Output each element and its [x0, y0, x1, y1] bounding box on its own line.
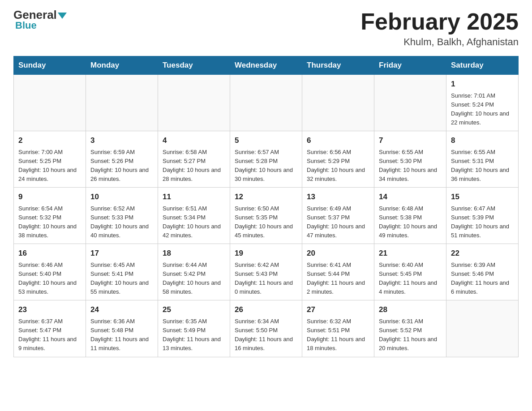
- day-number: 4: [163, 135, 225, 146]
- calendar-week-row: 2Sunrise: 7:00 AM Sunset: 5:25 PM Daylig…: [14, 131, 519, 188]
- title-block: February 2025 Khulm, Balkh, Afghanistan: [360, 9, 519, 48]
- col-header-tuesday: Tuesday: [158, 56, 230, 75]
- calendar-cell: [158, 75, 230, 131]
- day-number: 11: [163, 191, 225, 203]
- calendar-cell: 8Sunrise: 6:55 AM Sunset: 5:31 PM Daylig…: [446, 131, 519, 188]
- logo-triangle-icon: [58, 13, 67, 19]
- calendar-cell: [14, 75, 86, 131]
- day-number: 20: [307, 248, 369, 259]
- day-info: Sunrise: 6:39 AM Sunset: 5:46 PM Dayligh…: [451, 261, 514, 297]
- col-header-monday: Monday: [86, 56, 158, 75]
- day-info: Sunrise: 6:37 AM Sunset: 5:47 PM Dayligh…: [18, 317, 81, 353]
- day-info: Sunrise: 6:49 AM Sunset: 5:37 PM Dayligh…: [307, 204, 369, 240]
- calendar-cell: [302, 75, 374, 131]
- day-info: Sunrise: 6:36 AM Sunset: 5:48 PM Dayligh…: [90, 317, 153, 353]
- logo-blue: Blue: [13, 20, 37, 31]
- col-header-friday: Friday: [374, 56, 446, 75]
- day-info: Sunrise: 6:32 AM Sunset: 5:51 PM Dayligh…: [307, 317, 369, 353]
- day-number: 6: [307, 135, 369, 146]
- calendar-cell: 12Sunrise: 6:50 AM Sunset: 5:35 PM Dayli…: [230, 188, 302, 244]
- day-number: 26: [235, 304, 297, 316]
- calendar-cell: 22Sunrise: 6:39 AM Sunset: 5:46 PM Dayli…: [446, 244, 519, 300]
- day-number: 14: [379, 191, 442, 203]
- calendar-header-row: SundayMondayTuesdayWednesdayThursdayFrid…: [14, 56, 519, 75]
- page-header: General Blue February 2025 Khulm, Balkh,…: [13, 9, 519, 48]
- calendar-cell: 2Sunrise: 7:00 AM Sunset: 5:25 PM Daylig…: [14, 131, 86, 188]
- day-number: 18: [163, 248, 225, 259]
- day-number: 7: [379, 135, 442, 146]
- month-year-title: February 2025: [360, 9, 519, 34]
- day-number: 23: [18, 304, 81, 316]
- day-info: Sunrise: 6:55 AM Sunset: 5:30 PM Dayligh…: [379, 148, 442, 184]
- day-info: Sunrise: 6:34 AM Sunset: 5:50 PM Dayligh…: [235, 317, 297, 353]
- calendar-cell: 23Sunrise: 6:37 AM Sunset: 5:47 PM Dayli…: [14, 300, 86, 357]
- day-number: 3: [90, 135, 153, 146]
- day-info: Sunrise: 6:57 AM Sunset: 5:28 PM Dayligh…: [235, 148, 297, 184]
- calendar-cell: [230, 75, 302, 131]
- day-info: Sunrise: 6:41 AM Sunset: 5:44 PM Dayligh…: [307, 261, 369, 297]
- day-number: 19: [235, 248, 297, 259]
- day-info: Sunrise: 6:47 AM Sunset: 5:39 PM Dayligh…: [451, 204, 514, 240]
- day-number: 10: [90, 191, 153, 203]
- calendar-cell: 24Sunrise: 6:36 AM Sunset: 5:48 PM Dayli…: [86, 300, 158, 357]
- day-number: 13: [307, 191, 369, 203]
- calendar-cell: 11Sunrise: 6:51 AM Sunset: 5:34 PM Dayli…: [158, 188, 230, 244]
- day-info: Sunrise: 7:01 AM Sunset: 5:24 PM Dayligh…: [451, 91, 514, 128]
- day-number: 27: [307, 304, 369, 316]
- day-number: 8: [451, 135, 514, 146]
- day-info: Sunrise: 6:51 AM Sunset: 5:34 PM Dayligh…: [163, 204, 225, 240]
- logo: General Blue: [13, 9, 67, 31]
- calendar-cell: 7Sunrise: 6:55 AM Sunset: 5:30 PM Daylig…: [374, 131, 446, 188]
- calendar-cell: 1Sunrise: 7:01 AM Sunset: 5:24 PM Daylig…: [446, 75, 519, 131]
- day-info: Sunrise: 6:52 AM Sunset: 5:33 PM Dayligh…: [90, 204, 153, 240]
- calendar-cell: 28Sunrise: 6:31 AM Sunset: 5:52 PM Dayli…: [374, 300, 446, 357]
- col-header-sunday: Sunday: [14, 56, 86, 75]
- calendar-cell: [86, 75, 158, 131]
- day-number: 12: [235, 191, 297, 203]
- calendar-cell: 18Sunrise: 6:44 AM Sunset: 5:42 PM Dayli…: [158, 244, 230, 300]
- calendar-week-row: 16Sunrise: 6:46 AM Sunset: 5:40 PM Dayli…: [14, 244, 519, 300]
- calendar-cell: 9Sunrise: 6:54 AM Sunset: 5:32 PM Daylig…: [14, 188, 86, 244]
- calendar-cell: 21Sunrise: 6:40 AM Sunset: 5:45 PM Dayli…: [374, 244, 446, 300]
- day-info: Sunrise: 6:42 AM Sunset: 5:43 PM Dayligh…: [235, 261, 297, 297]
- calendar-cell: 10Sunrise: 6:52 AM Sunset: 5:33 PM Dayli…: [86, 188, 158, 244]
- calendar-cell: [446, 300, 519, 357]
- day-info: Sunrise: 6:48 AM Sunset: 5:38 PM Dayligh…: [379, 204, 442, 240]
- day-number: 5: [235, 135, 297, 146]
- calendar-week-row: 9Sunrise: 6:54 AM Sunset: 5:32 PM Daylig…: [14, 188, 519, 244]
- day-info: Sunrise: 6:54 AM Sunset: 5:32 PM Dayligh…: [18, 204, 81, 240]
- calendar-cell: 26Sunrise: 6:34 AM Sunset: 5:50 PM Dayli…: [230, 300, 302, 357]
- calendar-cell: 15Sunrise: 6:47 AM Sunset: 5:39 PM Dayli…: [446, 188, 519, 244]
- day-info: Sunrise: 6:55 AM Sunset: 5:31 PM Dayligh…: [451, 148, 514, 184]
- calendar-cell: 6Sunrise: 6:56 AM Sunset: 5:29 PM Daylig…: [302, 131, 374, 188]
- day-number: 16: [18, 248, 81, 259]
- day-info: Sunrise: 6:45 AM Sunset: 5:41 PM Dayligh…: [90, 261, 153, 297]
- day-info: Sunrise: 6:59 AM Sunset: 5:26 PM Dayligh…: [90, 148, 153, 184]
- day-info: Sunrise: 6:40 AM Sunset: 5:45 PM Dayligh…: [379, 261, 442, 297]
- calendar-cell: 3Sunrise: 6:59 AM Sunset: 5:26 PM Daylig…: [86, 131, 158, 188]
- day-number: 9: [18, 191, 81, 203]
- day-number: 25: [163, 304, 225, 316]
- day-info: Sunrise: 6:31 AM Sunset: 5:52 PM Dayligh…: [379, 317, 442, 353]
- calendar-cell: 25Sunrise: 6:35 AM Sunset: 5:49 PM Dayli…: [158, 300, 230, 357]
- day-info: Sunrise: 6:46 AM Sunset: 5:40 PM Dayligh…: [18, 261, 81, 297]
- calendar-table: SundayMondayTuesdayWednesdayThursdayFrid…: [13, 56, 519, 357]
- day-number: 1: [451, 78, 514, 90]
- day-info: Sunrise: 7:00 AM Sunset: 5:25 PM Dayligh…: [18, 148, 81, 184]
- day-number: 15: [451, 191, 514, 203]
- calendar-cell: 17Sunrise: 6:45 AM Sunset: 5:41 PM Dayli…: [86, 244, 158, 300]
- day-number: 17: [90, 248, 153, 259]
- day-info: Sunrise: 6:50 AM Sunset: 5:35 PM Dayligh…: [235, 204, 297, 240]
- calendar-cell: 5Sunrise: 6:57 AM Sunset: 5:28 PM Daylig…: [230, 131, 302, 188]
- day-number: 24: [90, 304, 153, 316]
- col-header-thursday: Thursday: [302, 56, 374, 75]
- day-info: Sunrise: 6:56 AM Sunset: 5:29 PM Dayligh…: [307, 148, 369, 184]
- day-number: 21: [379, 248, 442, 259]
- calendar-cell: [374, 75, 446, 131]
- day-number: 2: [18, 135, 81, 146]
- day-info: Sunrise: 6:35 AM Sunset: 5:49 PM Dayligh…: [163, 317, 225, 353]
- logo-general: General: [13, 9, 67, 21]
- calendar-cell: 13Sunrise: 6:49 AM Sunset: 5:37 PM Dayli…: [302, 188, 374, 244]
- day-info: Sunrise: 6:58 AM Sunset: 5:27 PM Dayligh…: [163, 148, 225, 184]
- day-number: 22: [451, 248, 514, 259]
